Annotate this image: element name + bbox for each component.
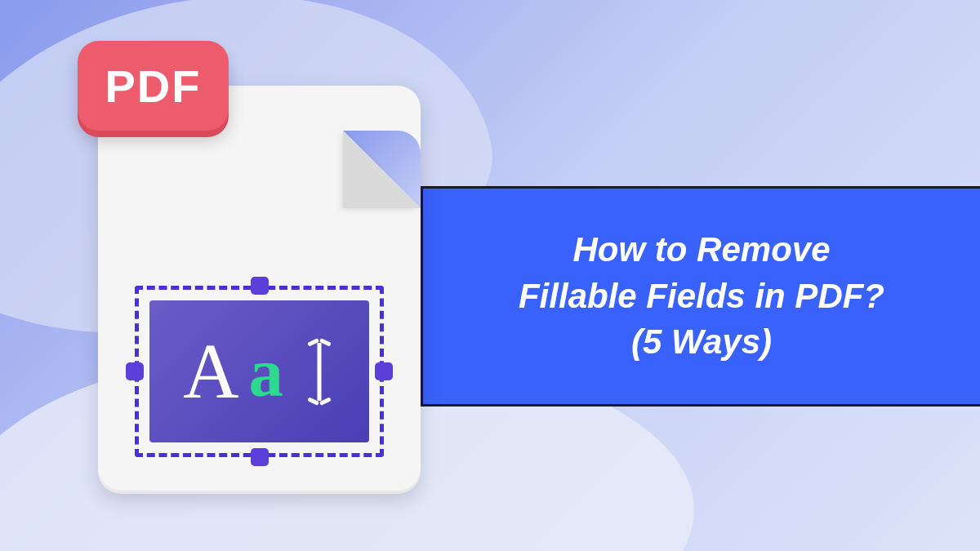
fillable-field-preview: A a [135,286,384,457]
resize-handle-bottom [251,448,269,466]
title-line-3: (5 Ways) [519,319,884,366]
title-line-1: How to Remove [519,227,884,273]
document-illustration: A a PDF [98,41,421,494]
text-cursor-icon [303,333,336,411]
pdf-badge-label: PDF [105,60,202,113]
title-text: How to Remove Fillable Fields in PDF? (5… [519,227,884,366]
resize-handle-top [251,277,269,295]
document-fold-icon [343,131,421,208]
resize-handle-left [126,362,144,380]
sample-letter-uppercase: A [183,327,239,416]
title-banner: How to Remove Fillable Fields in PDF? (5… [421,186,980,407]
title-line-2: Fillable Fields in PDF? [519,273,884,320]
sample-letter-lowercase: a [249,331,284,411]
resize-handle-right [375,362,393,380]
pdf-badge: PDF [78,41,229,131]
document-page: A a [98,86,421,494]
field-content-box: A a [149,300,369,442]
